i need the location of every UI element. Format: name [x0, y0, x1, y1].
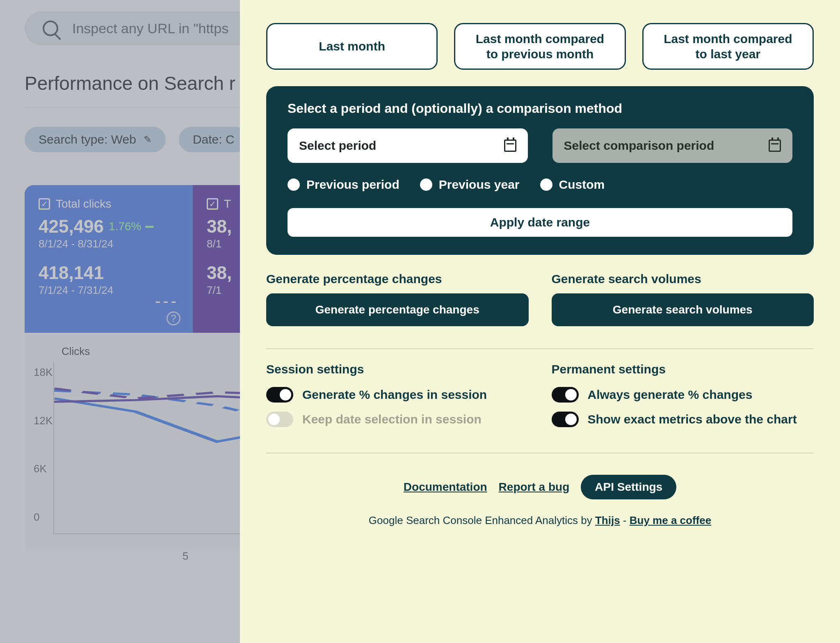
quick-last-month-button[interactable]: Last month: [266, 23, 438, 70]
api-settings-button[interactable]: API Settings: [581, 475, 676, 499]
quick-last-month-vs-year-button[interactable]: Last month compared to last year: [642, 23, 814, 70]
radio-icon: [288, 178, 300, 191]
radio-icon: [540, 178, 552, 191]
select-period-button[interactable]: Select period: [288, 128, 528, 163]
radio-icon: [420, 178, 432, 191]
session-settings-title: Session settings: [266, 362, 529, 376]
credit-sep: -: [620, 514, 630, 526]
gen-pct-title: Generate percentage changes: [266, 272, 529, 286]
report-bug-link[interactable]: Report a bug: [499, 481, 570, 494]
radio-custom[interactable]: Custom: [540, 178, 605, 192]
radio-previous-period[interactable]: Previous period: [288, 178, 399, 192]
radio-label: Custom: [559, 178, 605, 192]
toggle-session-pct[interactable]: [266, 387, 293, 403]
divider: [266, 453, 814, 453]
enhanced-analytics-panel: Last month Last month compared to previo…: [240, 0, 840, 643]
toggle-always-pct-label: Always generate % changes: [588, 388, 753, 402]
permanent-settings-title: Permanent settings: [552, 362, 814, 376]
credit-line: Google Search Console Enhanced Analytics…: [266, 514, 814, 527]
toggle-exact-metrics[interactable]: [552, 412, 579, 427]
documentation-link[interactable]: Documentation: [404, 481, 487, 494]
apply-date-range-button[interactable]: Apply date range: [288, 208, 792, 237]
gen-pct-button[interactable]: Generate percentage changes: [266, 293, 529, 326]
credit-prefix: Google Search Console Enhanced Analytics…: [369, 514, 595, 526]
radio-label: Previous year: [439, 178, 520, 192]
period-selector-card: Select a period and (optionally) a compa…: [266, 86, 814, 255]
calendar-icon: [769, 140, 781, 152]
toggle-exact-metrics-label: Show exact metrics above the chart: [588, 412, 797, 426]
select-comparison-label: Select comparison period: [564, 139, 714, 153]
toggle-session-pct-label: Generate % changes in session: [302, 388, 487, 402]
toggle-keep-date[interactable]: [266, 412, 293, 427]
gen-vol-title: Generate search volumes: [552, 272, 814, 286]
radio-previous-year[interactable]: Previous year: [420, 178, 520, 192]
credit-author-link[interactable]: Thijs: [595, 514, 620, 526]
toggle-keep-date-label: Keep date selection in session: [302, 412, 482, 426]
select-period-label: Select period: [299, 139, 376, 153]
toggle-always-pct[interactable]: [552, 387, 579, 403]
quick-last-month-vs-prev-button[interactable]: Last month compared to previous month: [454, 23, 625, 70]
gen-vol-button[interactable]: Generate search volumes: [552, 293, 814, 326]
select-comparison-button[interactable]: Select comparison period: [552, 128, 793, 163]
period-selector-title: Select a period and (optionally) a compa…: [288, 101, 792, 116]
divider: [266, 348, 814, 349]
calendar-icon: [504, 140, 516, 152]
radio-label: Previous period: [306, 178, 399, 192]
buy-coffee-link[interactable]: Buy me a coffee: [630, 514, 711, 526]
